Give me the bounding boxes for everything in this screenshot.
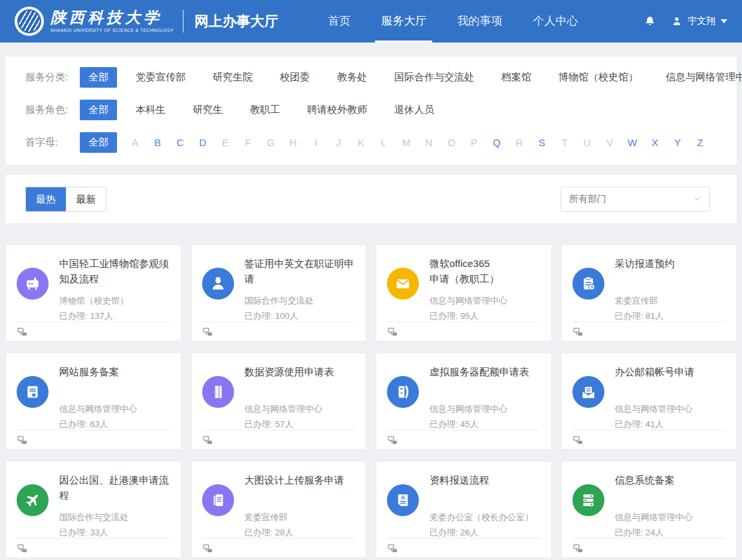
flowchart-icon[interactable]: [387, 326, 398, 337]
letter-filter[interactable]: W: [624, 137, 640, 148]
flowchart-icon[interactable]: [17, 543, 28, 554]
card-handled-count: 已办理: 81人: [615, 310, 726, 322]
flowchart-icon[interactable]: [572, 434, 584, 446]
card-footer: [17, 430, 170, 449]
svg-text:A: A: [401, 494, 406, 501]
card-title: 办公邮箱帐号申请: [615, 364, 726, 395]
role-chip[interactable]: 聘请校外教师: [299, 100, 376, 120]
pages-icon: [202, 484, 234, 516]
card-text: 信息系统备案 信息与网络管理中心 已办理: 24人: [615, 472, 726, 539]
card-title: 数据资源使用申请表: [245, 364, 356, 395]
nav-item[interactable]: 首页: [319, 0, 359, 43]
card-department: 信息与网络管理中心: [430, 403, 541, 415]
card-title: 大图设计上传服务申请: [245, 472, 356, 503]
category-chip[interactable]: 全部: [80, 67, 117, 88]
service-card[interactable]: A 资料报送流程 党委办公室（校长办公室） 已办理: 26人: [376, 461, 552, 558]
card-title: 网站服务备案: [59, 364, 170, 395]
card-department: 博物馆（校史馆）: [59, 295, 170, 307]
flowchart-icon[interactable]: [17, 434, 28, 446]
card-footer: [387, 322, 541, 341]
service-card[interactable]: 采访报道预约 党委宣传部 已办理: 81人: [561, 244, 737, 341]
card-main: 签证用中英文在职证明申请 国际合作与交流处 已办理: 100人: [191, 245, 366, 322]
role-chip[interactable]: 全部: [80, 100, 117, 120]
card-handled-count: 已办理: 41人: [615, 419, 726, 430]
category-chip[interactable]: 校团委: [271, 67, 318, 88]
service-card[interactable]: 中国轻工业博物馆参观须知及流程 博物馆（校史馆） 已办理: 137人: [5, 244, 182, 341]
category-chip[interactable]: 教务处: [328, 67, 376, 88]
flowchart-icon[interactable]: [387, 434, 398, 446]
letter-filter: I: [308, 137, 324, 148]
letter-filter: T: [556, 137, 572, 148]
service-card[interactable]: 网站服务备案 信息与网络管理中心 已办理: 63人: [5, 353, 182, 450]
category-chip[interactable]: 国际合作与交流处: [386, 67, 483, 88]
nav-item[interactable]: 我的事项: [448, 0, 511, 43]
card-title: 采访报道预约: [615, 256, 726, 286]
nav-item[interactable]: 服务大厅: [372, 0, 435, 43]
category-chip[interactable]: 博物馆（校史馆）: [550, 67, 647, 88]
sort-panel: 最热 最新 所有部门: [5, 175, 737, 223]
letter-filter[interactable]: Z: [692, 137, 708, 148]
letter-filter[interactable]: Y: [670, 137, 685, 148]
letter-filter: U: [579, 137, 595, 148]
letter-filter[interactable]: C: [172, 137, 188, 148]
letter-filter[interactable]: S: [534, 137, 550, 148]
flowchart-icon[interactable]: [202, 543, 213, 554]
flowchart-icon[interactable]: [202, 326, 213, 337]
service-hall-page: 陕西科技大学 SHAANXI UNIVERSITY OF SCIENCE & T…: [0, 0, 742, 560]
clipboard-clock-icon: [572, 268, 604, 300]
role-chip[interactable]: 研究生: [184, 100, 231, 120]
initial-all-chip[interactable]: 全部: [80, 132, 117, 153]
flowchart-icon[interactable]: [572, 326, 584, 337]
user-menu[interactable]: 宇文翔: [671, 15, 727, 27]
letter-filter[interactable]: X: [647, 137, 663, 148]
card-handled-count: 已办理: 28人: [245, 527, 356, 539]
card-title: 中国轻工业博物馆参观须知及流程: [59, 256, 170, 286]
flowchart-icon[interactable]: [572, 543, 584, 554]
category-chip[interactable]: 研究生院: [204, 67, 261, 88]
card-footer: [572, 538, 726, 557]
card-footer: [202, 538, 356, 557]
category-chip[interactable]: 档案馆: [493, 67, 540, 88]
service-card[interactable]: 因公出国、赴港澳申请流程 国际合作与交流处 已办理: 33人: [5, 461, 182, 558]
card-text: 微软office365 申请（教职工） 信息与网络管理中心 已办理: 95人: [430, 256, 541, 322]
department-select[interactable]: 所有部门: [560, 187, 710, 212]
flowchart-icon[interactable]: [17, 326, 28, 337]
letter-filter[interactable]: Q: [489, 137, 505, 148]
card-department: 信息与网络管理中心: [615, 403, 726, 415]
role-chip[interactable]: 本科生: [127, 100, 174, 120]
envelope-icon: [387, 268, 419, 300]
service-card[interactable]: 大图设计上传服务申请 党委宣传部 已办理: 28人: [191, 461, 367, 558]
header-divider: [183, 10, 184, 33]
card-handled-count: 已办理: 57人: [245, 419, 356, 430]
card-text: 采访报道预约 党委宣传部 已办理: 81人: [615, 256, 726, 322]
top-header: 陕西科技大学 SHAANXI UNIVERSITY OF SCIENCE & T…: [0, 0, 742, 43]
service-card[interactable]: 信息系统备案 信息与网络管理中心 已办理: 24人: [561, 461, 737, 558]
category-chip[interactable]: 党委宣传部: [127, 67, 194, 88]
service-card[interactable]: @ 办公邮箱帐号申请 信息与网络管理中心 已办理: 41人: [561, 353, 737, 450]
flowchart-icon[interactable]: [387, 543, 398, 554]
card-title: 签证用中英文在职证明申请: [245, 256, 356, 286]
service-card[interactable]: 签证用中英文在职证明申请 国际合作与交流处 已办理: 100人: [191, 244, 367, 341]
sort-new-button[interactable]: 最新: [66, 187, 106, 211]
card-main: 信息系统备案 信息与网络管理中心 已办理: 24人: [562, 462, 737, 539]
letter-filter: N: [421, 137, 437, 148]
letter-filter: V: [602, 137, 618, 148]
notification-bell-icon[interactable]: [644, 15, 656, 28]
letter-filter[interactable]: D: [195, 137, 211, 148]
role-chip[interactable]: 教职工: [241, 100, 289, 120]
service-card[interactable]: 微软office365 申请（教职工） 信息与网络管理中心 已办理: 95人: [376, 244, 552, 341]
sort-hot-button[interactable]: 最热: [26, 187, 66, 211]
card-department: 信息与网络管理中心: [430, 295, 541, 307]
category-chip[interactable]: 信息与网络管理中心: [657, 67, 742, 88]
role-chip[interactable]: 退休人员: [386, 100, 443, 120]
service-card[interactable]: 数据资源使用申请表 信息与网络管理中心 已办理: 57人: [191, 353, 367, 450]
card-department: 党委宣传部: [615, 295, 726, 307]
flowchart-icon[interactable]: [202, 434, 213, 446]
person-icon: [202, 268, 234, 300]
letter-filter[interactable]: B: [150, 137, 166, 148]
card-handled-count: 已办理: 137人: [59, 310, 170, 322]
nav-item[interactable]: 个人中心: [524, 0, 586, 43]
card-text: 大图设计上传服务申请 党委宣传部 已办理: 28人: [245, 472, 356, 539]
service-card[interactable]: 虚拟服务器配额申请表 信息与网络管理中心 已办理: 45人: [376, 353, 552, 450]
university-logo[interactable]: 陕西科技大学 SHAANXI UNIVERSITY OF SCIENCE & T…: [15, 7, 174, 36]
